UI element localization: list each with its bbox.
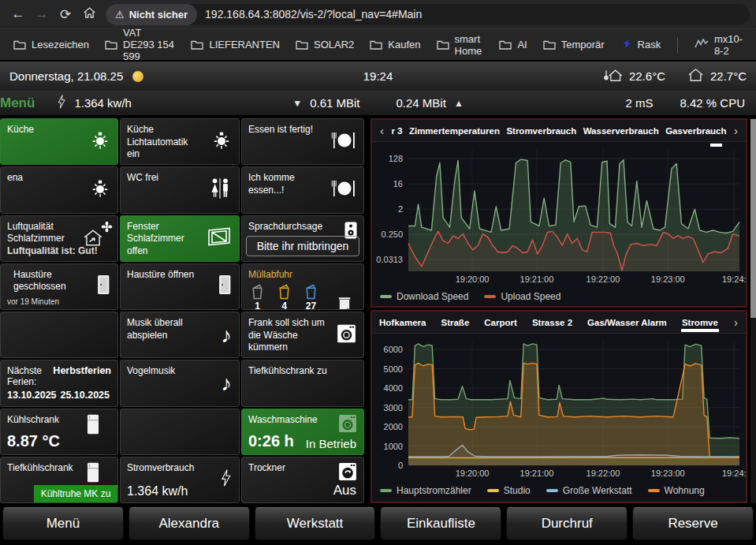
legend-item[interactable]: Studio <box>487 485 531 496</box>
washer-status: In Betrieb <box>306 437 356 450</box>
bookmark-solar2[interactable]: SOLAR2 <box>289 35 361 54</box>
tile-fenster-schlafzimmer[interactable]: Fenster Schlafzimmer offen <box>120 215 240 262</box>
trash-bin-yellow: 4 <box>277 283 292 310</box>
tile-ich-komme-essen[interactable]: Ich komme essen...! <box>241 166 364 213</box>
chart-panel-power: Hofkamera Straße Carport Strasse 2 Gas/W… <box>371 310 747 503</box>
tile-musik-ueberall[interactable]: Musik überall abspielen ♪ <box>120 312 240 358</box>
ferien-to: 25.10.2025 <box>60 390 110 401</box>
legend-swatch <box>648 489 660 492</box>
fridge-icon <box>86 414 100 438</box>
nav-button-alexandra[interactable]: Alexandra <box>128 507 250 540</box>
air-quality-status: Luftqualität ist: Gut! <box>7 245 98 256</box>
bookmark-lieferanten[interactable]: LIEFERANTEN <box>184 35 287 54</box>
tile-vogelmusik[interactable]: Vogelmusik ♪ <box>120 360 240 406</box>
tile-title: Ich komme essen...! <box>248 172 326 196</box>
reload-icon[interactable]: ⟳ <box>54 6 77 23</box>
legend-swatch <box>380 489 392 492</box>
nav-button-menue[interactable]: Menü <box>2 507 124 540</box>
tile-kuehlschrank[interactable]: Kühlschrank 8.87 °C <box>0 409 118 455</box>
home-icon[interactable] <box>77 6 101 23</box>
freezer-status-badge: Kühltruhe MK zu <box>34 485 117 502</box>
tile-haustuere-geschlossen[interactable]: Haustüre geschlossen vor 19 Minuten <box>0 263 118 310</box>
address-bar[interactable]: ⚠ Nicht sicher 192.168.64.3:8082/vis-2/?… <box>106 4 750 25</box>
bookmark-mx10[interactable]: mx10-8-2 <box>687 30 750 60</box>
tabs-next-icon[interactable]: › <box>732 315 739 329</box>
tab-wasserverbrauch[interactable]: Wasserverbrauch <box>583 125 660 137</box>
tile-luftqualitaet[interactable]: Luftqualität Schlafzimmer Luftqualität i… <box>0 215 118 262</box>
svg-text:19:21:00: 19:21:00 <box>520 274 554 284</box>
dryer-icon <box>338 462 357 484</box>
tile-haustuere-oeffnen[interactable]: Haustüre öffnen <box>120 263 240 310</box>
legend-item[interactable]: Große Werkstatt <box>546 485 632 496</box>
nav-button-werkstatt[interactable]: Werkstatt <box>255 507 376 540</box>
tile-title: Vogelmusik <box>127 365 203 378</box>
legend-item[interactable]: Wohnung <box>648 485 705 496</box>
bookmarks-bar: Lesezeichen VAT DE293 154 599 LIEFERANTE… <box>0 28 756 60</box>
tab-r3[interactable]: r 3 <box>390 125 403 137</box>
nav-button-einkaufliste[interactable]: Einkaufliste <box>380 507 501 540</box>
tab-hofkamera[interactable]: Hofkamera <box>378 316 426 329</box>
tile-ena[interactable]: ena <box>0 166 118 213</box>
tile-frank-waesche[interactable]: Frank soll sich um die Wäsche kümmern <box>241 312 364 358</box>
tab-stromverbrauch[interactable]: Stromverbrauch <box>505 125 577 137</box>
tab-gas-wasser-alarm[interactable]: Gas/Wasser Alarm <box>587 316 668 329</box>
url-text[interactable]: 192.168.64.3:8082/vis-2/?local_nav=4#Mai… <box>205 8 422 21</box>
dashboard-menubar: Menü 1.364 kw/h ▼ 0.61 MBit 0.24 MBit ▲ … <box>0 91 756 117</box>
tabs-prev-icon[interactable]: ‹ <box>378 124 385 137</box>
tile-title: Tiefkühlschrank <box>7 462 82 475</box>
legend-item[interactable]: Upload Speed <box>484 291 560 302</box>
tile-title: Küche Lichtautomatik ein <box>127 124 203 161</box>
tile-ferien[interactable]: Nächste Ferien: Herbstferien 13.10.2025 … <box>0 360 118 406</box>
legend-item[interactable]: Download Speed <box>380 291 468 302</box>
bookmark-lesezeichen[interactable]: Lesezeichen <box>6 35 96 54</box>
tile-title: Tiefkühlschrank zu <box>248 365 357 378</box>
tile-trockner[interactable]: Trockner Aus <box>241 457 364 503</box>
tile-tiefkuehlschrank[interactable]: Tiefkühlschrank Kühltruhe MK zu <box>0 457 118 503</box>
tile-waschmaschine[interactable]: Waschmaschine 0:26 h In Betrieb <box>241 409 364 455</box>
tile-kueche[interactable]: Küche <box>0 118 118 165</box>
tile-sprachdurchsage[interactable]: Sprachdurchsage Bitte ihr mitbringen <box>241 215 364 262</box>
indoor-temp-value: 22.7°C <box>710 69 747 83</box>
page-scrollbar[interactable] <box>750 118 756 503</box>
bin-days: 1 <box>255 300 260 310</box>
tabs-next-icon[interactable]: › <box>732 124 739 137</box>
cpu-value: 8.42 % CPU <box>680 96 745 110</box>
svg-text:3000: 3000 <box>384 403 403 412</box>
tab-strasse[interactable]: Straße <box>440 316 470 329</box>
tab-zimmertemperaturen[interactable]: Zimmertemperaturen <box>408 125 501 137</box>
scrollbar-thumb[interactable] <box>750 119 756 318</box>
bookmark-kaufen[interactable]: Kaufen <box>363 35 427 54</box>
tile-licht-automatik[interactable]: Küche Lichtautomatik ein <box>120 118 240 165</box>
network-speed-chart: 1281620.2500.031319:20:0019:21:0019:22:0… <box>372 142 746 286</box>
back-icon[interactable]: ← <box>6 6 30 22</box>
nav-button-reserve[interactable]: Reserve <box>632 507 754 540</box>
tab-carport[interactable]: Carport <box>483 316 518 329</box>
bookmark-temporaer[interactable]: Temporär <box>536 35 612 54</box>
svg-text:4000: 4000 <box>384 383 403 393</box>
bookmark-label: mx10-8-2 <box>714 33 743 57</box>
legend-item[interactable]: Hauptstromzähler <box>380 485 471 496</box>
bookmark-smart-home[interactable]: smart Home <box>430 30 491 60</box>
security-chip[interactable]: ⚠ Nicht sicher <box>106 4 197 25</box>
bookmark-rask[interactable]: Rask <box>613 35 668 55</box>
tab-strasse2[interactable]: Strasse 2 <box>531 316 573 329</box>
tile-essen-fertig[interactable]: Essen ist fertig! <box>241 118 364 165</box>
announce-button[interactable]: Bitte ihr mitbringen <box>246 236 359 256</box>
tile-empty <box>0 312 118 358</box>
tile-title: Luftqualität Schlafzimmer <box>7 221 82 245</box>
tile-tiefkuehlschrank-zu[interactable]: Tiefkühlschrank zu <box>241 360 364 406</box>
upload-triangle-icon: ▲ <box>454 98 464 109</box>
forward-icon[interactable]: → <box>30 6 54 22</box>
bookmark-ai[interactable]: AI <box>492 35 534 54</box>
nav-button-durchruf[interactable]: Durchruf <box>506 507 628 540</box>
tab-stromverbrauch-active[interactable]: Stromve <box>681 316 719 329</box>
tab-gasverbrauch[interactable]: Gasverbrauch <box>665 125 727 137</box>
svg-text:0.250: 0.250 <box>381 230 403 239</box>
lightning-icon <box>220 468 232 491</box>
tile-muellabfuhr[interactable]: Müllabfuhr 1 4 27 <box>241 263 364 310</box>
bin-days: 4 <box>281 300 287 310</box>
warning-icon: ⚠ <box>115 9 125 21</box>
tile-stromverbrauch[interactable]: Stromverbrauch 1.364 kw/h <box>120 457 240 503</box>
tile-wc-frei[interactable]: WC frei <box>120 166 240 213</box>
bookmark-vat[interactable]: VAT DE293 154 599 <box>98 24 182 65</box>
